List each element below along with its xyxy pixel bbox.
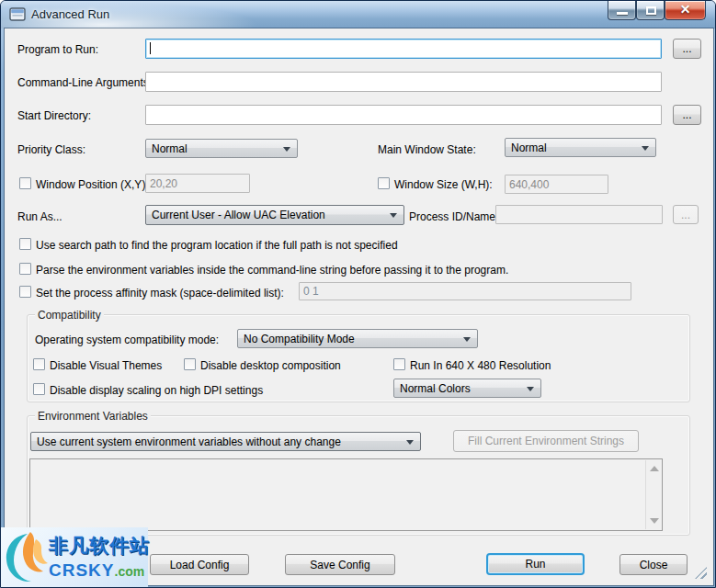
affinity-mask-input [299,282,631,300]
process-id-label: Process ID/Name: [409,210,498,223]
browse-process-button: ... [673,205,699,224]
disable-visual-themes-label: Disable Visual Themes [50,359,162,372]
chevron-down-icon [283,147,290,152]
dialog-body: Program to Run: ... Command-Line Argumen… [5,28,713,585]
minimize-button[interactable] [608,1,636,20]
run-640-resolution-label: Run In 640 X 480 Resolution [410,359,551,372]
resize-grip[interactable] [695,567,707,579]
app-window-icon [9,7,26,21]
program-to-run-input[interactable] [145,39,662,59]
save-config-button[interactable]: Save Config [285,554,395,575]
disable-visual-themes-checkbox[interactable] [33,358,45,370]
load-config-button[interactable]: Load Config [150,554,249,575]
vertical-scrollbar[interactable] [645,460,661,529]
text-caret [150,42,151,54]
window-title: Advanced Run [31,7,109,21]
browse-program-button[interactable]: ... [673,39,701,59]
parse-env-checkbox[interactable] [19,263,31,275]
disable-dpi-scaling-label: Disable display scaling on high DPI sett… [50,384,263,397]
chevron-down-icon [463,337,471,342]
priority-class-label: Priority Class: [17,143,85,156]
disable-dpi-scaling-checkbox[interactable] [33,383,45,395]
parse-env-label: Parse the environment variables inside t… [36,264,508,277]
browse-start-directory-button[interactable]: ... [673,105,701,125]
priority-class-dropdown[interactable]: Normal [145,139,298,158]
disable-desktop-composition-label: Disable desktop composition [200,359,341,372]
affinity-mask-label: Set the process affinity mask (space-del… [36,287,284,300]
command-line-label: Command-Line Arguments: [17,76,152,89]
main-window-state-dropdown[interactable]: Normal [505,138,656,157]
run-as-dropdown[interactable]: Current User - Allow UAC Elevation [145,205,404,225]
window-position-checkbox[interactable] [19,177,31,189]
maximize-icon [646,6,656,15]
watermark-domain: CRSKY [49,560,115,580]
disable-desktop-composition-checkbox[interactable] [184,358,196,370]
start-directory-label: Start Directory: [17,109,91,122]
os-compat-mode-label: Operating system compatibility mode: [35,334,219,346]
process-id-input [495,205,663,224]
close-icon: ✕ [665,2,705,17]
os-compat-mode-dropdown[interactable]: No Compatibility Mode [237,329,478,348]
affinity-mask-checkbox[interactable] [19,286,31,298]
minimize-icon [617,12,628,15]
close-button[interactable]: Close [619,554,688,575]
environment-variables-box[interactable] [29,458,663,531]
compatibility-legend: Compatibility [35,309,104,322]
scroll-down-icon[interactable] [650,518,659,524]
command-line-input[interactable] [145,72,662,92]
window-size-checkbox[interactable] [378,177,390,189]
watermark-tld: .com [115,564,145,579]
fill-environment-button: Fill Current Environment Strings [453,430,639,452]
watermark-site-name: 非凡软件站 [49,533,150,559]
program-to-run-label: Program to Run: [17,43,98,56]
scroll-up-icon[interactable] [650,466,659,471]
run-640-resolution-checkbox[interactable] [393,358,405,370]
window-size-input [505,175,608,194]
start-directory-input[interactable] [145,105,662,125]
title-bar[interactable]: Advanced Run ✕ [1,1,715,28]
main-window-state-label: Main Window State: [378,143,476,156]
chevron-down-icon [390,213,397,218]
chevron-down-icon [642,146,649,151]
environment-mode-dropdown[interactable]: Use current system environment variables… [30,432,421,451]
run-button[interactable]: Run [486,553,585,575]
run-as-label: Run As... [17,210,63,223]
close-window-button[interactable]: ✕ [665,1,706,20]
search-path-checkbox[interactable] [19,238,31,250]
chevron-down-icon [406,440,414,445]
advanced-run-window: Advanced Run ✕ Program to Run: ... Comma… [0,0,716,588]
watermark: 非凡软件站 CRSKY.com [1,527,148,587]
maximize-button[interactable] [636,1,665,20]
search-path-label: Use search path to find the program loca… [36,239,398,252]
window-position-label: Window Position (X,Y): [36,178,149,191]
window-size-label: Window Size (W,H): [394,178,493,191]
window-position-input [145,174,250,193]
environment-legend: Environment Variables [35,410,151,423]
colors-dropdown[interactable]: Normal Colors [393,379,541,398]
crsky-logo-icon [3,530,52,585]
chevron-down-icon [527,387,534,391]
